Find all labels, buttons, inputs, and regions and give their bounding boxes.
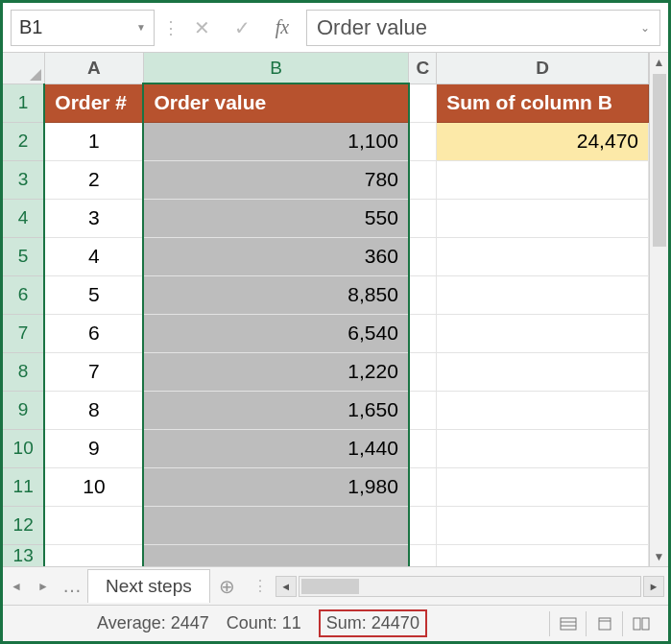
view-normal-icon[interactable] <box>549 611 586 636</box>
cell-B1[interactable]: Order value <box>143 83 408 122</box>
svg-rect-6 <box>642 618 649 630</box>
row-header-11[interactable]: 11 <box>3 467 44 506</box>
cell-B2[interactable]: 1,100 <box>143 122 408 160</box>
row-header-5[interactable]: 5 <box>3 237 44 275</box>
cell-D2[interactable]: 24,470 <box>437 122 649 160</box>
name-box-value: B1 <box>19 16 42 38</box>
cell-A8[interactable]: 7 <box>44 352 143 391</box>
scroll-thumb[interactable] <box>653 74 666 247</box>
scroll-up-icon[interactable]: ▲ <box>650 53 668 72</box>
cell-A1[interactable]: Order # <box>44 83 143 122</box>
row-header-10[interactable]: 10 <box>3 429 44 467</box>
add-sheet-icon[interactable]: ⊕ <box>210 575 245 598</box>
row-header-12[interactable]: 12 <box>3 506 44 544</box>
row-header-1[interactable]: 1 <box>3 83 44 122</box>
row-header-2[interactable]: 2 <box>3 122 44 160</box>
view-page-layout-icon[interactable] <box>586 611 622 636</box>
cell-A2[interactable]: 1 <box>44 122 143 160</box>
row-header-3[interactable]: 3 <box>3 160 44 199</box>
cell-A11[interactable]: 10 <box>44 467 143 506</box>
cell-A4[interactable]: 3 <box>44 199 143 237</box>
cell-A10[interactable]: 9 <box>44 429 143 467</box>
row-header-6[interactable]: 6 <box>3 275 44 314</box>
chevron-down-icon[interactable]: ▼ <box>136 22 146 33</box>
scroll-down-icon[interactable]: ▼ <box>650 547 668 566</box>
col-header-D[interactable]: D <box>437 53 649 83</box>
cell-A7[interactable]: 6 <box>44 314 143 352</box>
fx-icon[interactable]: fx <box>266 12 299 44</box>
cell-D1[interactable]: Sum of column B <box>437 83 649 122</box>
svg-rect-3 <box>599 618 611 630</box>
tab-nav-next-icon[interactable]: ► <box>30 580 57 593</box>
row-header-8[interactable]: 8 <box>3 352 44 391</box>
tab-overflow-icon[interactable]: … <box>57 575 87 597</box>
status-average: Average: 2447 <box>97 613 209 633</box>
sheet-tab[interactable]: Next steps <box>87 569 210 603</box>
status-bar: Average: 2447 Count: 11 Sum: 24470 <box>3 605 668 641</box>
cell-A9[interactable]: 8 <box>44 391 143 429</box>
horizontal-scrollbar[interactable]: ◄ ► <box>276 576 668 597</box>
vertical-scrollbar[interactable]: ▲ ▼ <box>649 53 668 566</box>
cell-B9[interactable]: 1,650 <box>143 391 408 429</box>
tab-nav-prev-icon[interactable]: ◄ <box>3 580 30 593</box>
col-header-B[interactable]: B <box>143 53 408 83</box>
cell-B10[interactable]: 1,440 <box>143 429 408 467</box>
cell-C1[interactable] <box>409 83 437 122</box>
name-box[interactable]: B1 ▼ <box>11 10 155 46</box>
formula-value: Order value <box>317 15 427 40</box>
scroll-left-icon[interactable]: ◄ <box>276 576 297 597</box>
row-header-9[interactable]: 9 <box>3 391 44 429</box>
sheet-tabs-bar: ◄ ► … Next steps ⊕ ⋮ ◄ ► <box>3 566 668 605</box>
tab-resize-handle-icon[interactable]: ⋮ <box>245 577 276 595</box>
scroll-right-icon[interactable]: ► <box>643 576 664 597</box>
cell-B5[interactable]: 360 <box>143 237 408 275</box>
row-header-13[interactable]: 13 <box>3 544 44 566</box>
select-all-corner[interactable] <box>3 53 44 83</box>
svg-rect-5 <box>634 618 640 630</box>
cell-B8[interactable]: 1,220 <box>143 352 408 391</box>
view-page-break-icon[interactable] <box>622 611 659 636</box>
expand-icon[interactable]: ⌄ <box>640 21 650 35</box>
spreadsheet-grid[interactable]: A B C D 1 Order # Order value Sum of col… <box>3 53 649 566</box>
cell-B4[interactable]: 550 <box>143 199 408 237</box>
cell-A5[interactable]: 4 <box>44 237 143 275</box>
row-header-4[interactable]: 4 <box>3 199 44 237</box>
cell-B7[interactable]: 6,540 <box>143 314 408 352</box>
cell-C2[interactable] <box>409 122 437 160</box>
svg-rect-0 <box>561 618 576 630</box>
row-header-7[interactable]: 7 <box>3 314 44 352</box>
cancel-icon: ✕ <box>185 12 218 44</box>
confirm-icon: ✓ <box>226 12 258 44</box>
formula-input[interactable]: Order value ⌄ <box>306 10 660 46</box>
cell-B3[interactable]: 780 <box>143 160 408 199</box>
cell-A3[interactable]: 2 <box>44 160 143 199</box>
drag-handle-icon[interactable]: ⋮ <box>162 17 178 38</box>
status-sum: Sum: 24470 <box>319 609 427 637</box>
cell-A6[interactable]: 5 <box>44 275 143 314</box>
cell-B11[interactable]: 1,980 <box>143 467 408 506</box>
hscroll-thumb[interactable] <box>301 579 359 594</box>
cell-B6[interactable]: 8,850 <box>143 275 408 314</box>
col-header-C[interactable]: C <box>409 53 437 83</box>
formula-bar: B1 ▼ ⋮ ✕ ✓ fx Order value ⌄ <box>3 3 668 53</box>
status-count: Count: 11 <box>227 613 301 633</box>
col-header-A[interactable]: A <box>44 53 143 83</box>
